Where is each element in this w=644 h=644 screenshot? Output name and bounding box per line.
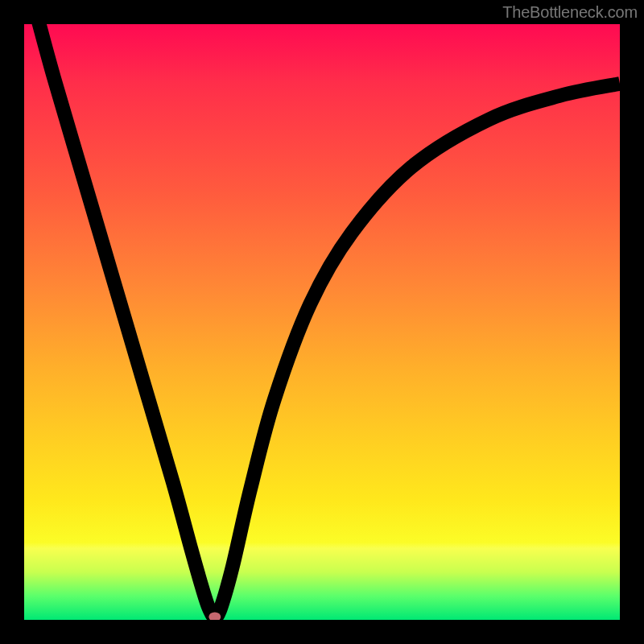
watermark-text: TheBottleneck.com	[502, 3, 638, 22]
chart-frame: TheBottleneck.com	[0, 0, 644, 644]
plot-area	[24, 24, 620, 620]
curve-layer	[24, 24, 620, 620]
bottleneck-curve	[36, 24, 620, 617]
